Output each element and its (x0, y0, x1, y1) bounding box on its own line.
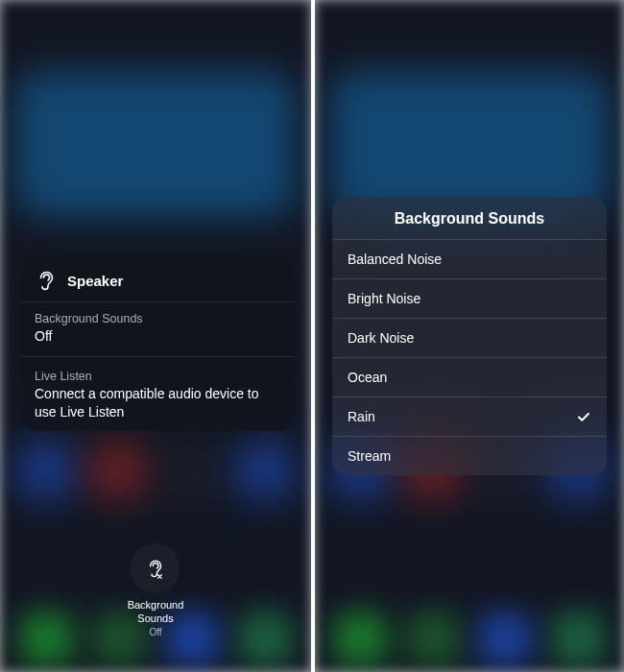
hearing-cc-tile[interactable]: BackgroundSounds Off (128, 543, 184, 637)
right-screenshot: Background Sounds Balanced Noise Bright … (315, 0, 624, 672)
live-listen-row[interactable]: Live Listen Connect a compatible audio d… (21, 356, 294, 432)
option-label: Rain (348, 409, 375, 424)
option-rain[interactable]: Rain (332, 396, 607, 436)
option-dark-noise[interactable]: Dark Noise (332, 318, 607, 357)
background-sounds-label: Background Sounds (35, 311, 280, 327)
option-label: Stream (348, 448, 391, 464)
hearing-module-header-label: Speaker (67, 273, 123, 289)
ear-icon (145, 558, 166, 579)
live-listen-value: Connect a compatible audio device to use… (35, 385, 280, 421)
background-sounds-row[interactable]: Background Sounds Off (21, 301, 294, 356)
option-label: Dark Noise (348, 330, 414, 346)
background-sounds-popup: Background Sounds Balanced Noise Bright … (332, 197, 607, 475)
live-listen-label: Live Listen (35, 369, 280, 385)
ear-icon (35, 269, 58, 292)
option-ocean[interactable]: Ocean (332, 357, 607, 396)
option-label: Ocean (348, 370, 387, 385)
option-stream[interactable]: Stream (332, 436, 607, 475)
option-balanced-noise[interactable]: Balanced Noise (332, 239, 607, 278)
hearing-module-card: Speaker Background Sounds Off Live Liste… (21, 257, 294, 431)
hearing-module-header: Speaker (21, 257, 294, 301)
hearing-cc-label: BackgroundSounds (128, 599, 184, 626)
left-screenshot: Speaker Background Sounds Off Live Liste… (0, 0, 311, 672)
option-bright-noise[interactable]: Bright Noise (332, 278, 607, 318)
checkmark-icon (576, 409, 591, 424)
background-sounds-value: Off (35, 327, 280, 346)
popup-title: Background Sounds (332, 197, 607, 239)
hearing-cc-circle (131, 543, 180, 593)
hearing-cc-state: Off (128, 627, 184, 637)
option-label: Balanced Noise (348, 252, 442, 267)
option-label: Bright Noise (348, 291, 420, 306)
